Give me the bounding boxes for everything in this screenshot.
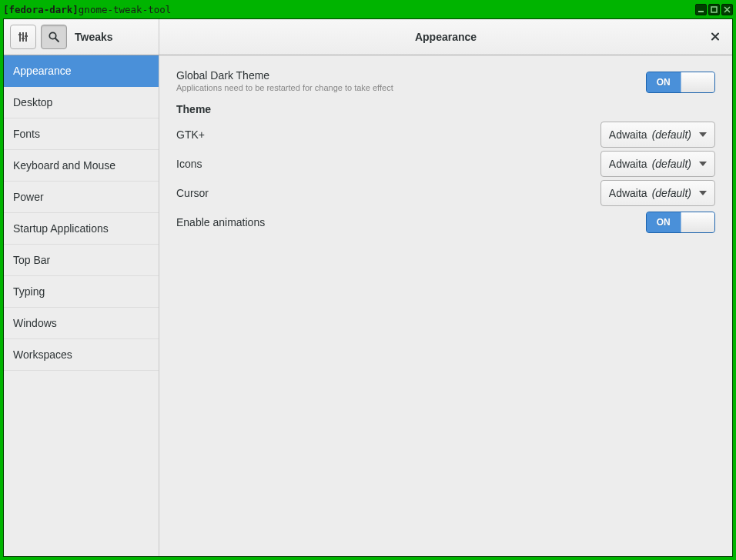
switch-on-label: ON	[647, 72, 681, 92]
svg-rect-2	[19, 32, 21, 42]
sliders-icon	[17, 31, 29, 43]
setting-label: Global Dark Theme	[176, 69, 646, 82]
sidebar-item-top-bar[interactable]: Top Bar	[4, 245, 159, 276]
row-enable-animations: Enable animations ON	[176, 208, 715, 237]
svg-line-9	[55, 38, 59, 42]
setting-label: Enable animations	[176, 216, 646, 228]
app-title: Tweaks	[75, 31, 113, 43]
headerbar-left: Tweaks	[4, 19, 159, 55]
sidebar-item-label: Typing	[13, 285, 45, 298]
window-frame: [fedora-dark] gnome-tweak-tool	[0, 0, 736, 560]
sidebar: Appearance Desktop Fonts Keyboard and Mo…	[4, 55, 159, 556]
theme-heading: Theme	[176, 103, 715, 115]
wm-titlebar[interactable]: [fedora-dark] gnome-tweak-tool	[0, 0, 736, 18]
chevron-down-icon	[699, 191, 707, 195]
maximize-icon	[711, 6, 718, 13]
dropdown-suffix: (default)	[652, 158, 691, 170]
close-button[interactable]	[721, 4, 733, 15]
sidebar-item-label: Fonts	[13, 128, 40, 140]
dropdown-value: Adwaita	[609, 158, 647, 170]
sidebar-item-typing[interactable]: Typing	[4, 276, 159, 308]
wm-title-scheme: [fedora-dark]	[3, 4, 79, 15]
cursor-theme-dropdown[interactable]: Adwaita (default)	[601, 180, 715, 206]
close-icon	[711, 32, 720, 42]
sidebar-item-label: Power	[13, 191, 44, 203]
body: Appearance Desktop Fonts Keyboard and Mo…	[4, 55, 732, 556]
search-icon	[48, 31, 60, 43]
sidebar-item-desktop[interactable]: Desktop	[4, 87, 159, 118]
icons-theme-dropdown[interactable]: Adwaita (default)	[601, 151, 715, 177]
sidebar-item-label: Workspaces	[13, 348, 72, 361]
svg-rect-3	[22, 32, 24, 42]
dropdown-value: Adwaita	[609, 128, 647, 141]
headerbar: Tweaks Appearance	[4, 19, 732, 55]
sidebar-item-label: Startup Applications	[13, 222, 109, 235]
minimize-button[interactable]	[695, 4, 707, 15]
svg-rect-7	[25, 35, 28, 37]
switch-handle	[681, 72, 715, 92]
wm-title-app: gnome-tweak-tool	[79, 4, 171, 15]
row-icons-theme: Icons Adwaita (default)	[176, 149, 715, 178]
svg-rect-6	[22, 38, 25, 39]
setting-label: GTK+	[176, 128, 601, 141]
sidebar-item-label: Windows	[13, 317, 57, 329]
sidebar-item-startup-apps[interactable]: Startup Applications	[4, 213, 159, 245]
svg-rect-0	[698, 11, 704, 12]
headerbar-right: Appearance	[159, 19, 732, 55]
gtk-theme-dropdown[interactable]: Adwaita (default)	[601, 122, 715, 148]
sidebar-item-label: Appearance	[13, 65, 72, 77]
setting-label: Cursor	[176, 187, 601, 199]
sidebar-item-keyboard-mouse[interactable]: Keyboard and Mouse	[4, 150, 159, 182]
animations-switch[interactable]: ON	[646, 212, 715, 233]
panel-title: Appearance	[415, 31, 477, 43]
chevron-down-icon	[699, 162, 707, 166]
setting-label: Icons	[176, 158, 601, 170]
dropdown-suffix: (default)	[652, 187, 691, 199]
sidebar-item-windows[interactable]: Windows	[4, 308, 159, 339]
sidebar-item-label: Keyboard and Mouse	[13, 159, 115, 172]
svg-rect-1	[711, 7, 717, 12]
global-dark-switch[interactable]: ON	[646, 72, 715, 93]
switch-on-label: ON	[647, 212, 681, 232]
search-button[interactable]	[41, 25, 67, 49]
sidebar-item-label: Top Bar	[13, 254, 50, 266]
panel-close-button[interactable]	[708, 28, 723, 47]
content-pane: Global Dark Theme Applications need to b…	[159, 55, 732, 556]
wm-controls	[695, 4, 733, 15]
dropdown-suffix: (default)	[652, 128, 691, 141]
row-global-dark-theme: Global Dark Theme Applications need to b…	[176, 68, 715, 97]
row-cursor-theme: Cursor Adwaita (default)	[176, 178, 715, 208]
setting-description: Applications need to be restarted for ch…	[176, 83, 646, 92]
sidebar-item-appearance[interactable]: Appearance	[4, 55, 159, 87]
sidebar-item-fonts[interactable]: Fonts	[4, 118, 159, 150]
sidebar-item-power[interactable]: Power	[4, 182, 159, 213]
app-menu-button[interactable]	[10, 25, 36, 49]
close-icon	[724, 6, 731, 13]
switch-handle	[681, 212, 715, 232]
chevron-down-icon	[699, 132, 707, 137]
svg-rect-5	[18, 34, 22, 35]
sidebar-item-label: Desktop	[13, 96, 52, 108]
minimize-icon	[698, 6, 704, 13]
maximize-button[interactable]	[708, 4, 720, 15]
dropdown-value: Adwaita	[609, 187, 647, 199]
app-window: Tweaks Appearance Appearance Desktop	[3, 18, 733, 557]
sidebar-item-workspaces[interactable]: Workspaces	[4, 339, 159, 371]
row-gtk-theme: GTK+ Adwaita (default)	[176, 120, 715, 149]
